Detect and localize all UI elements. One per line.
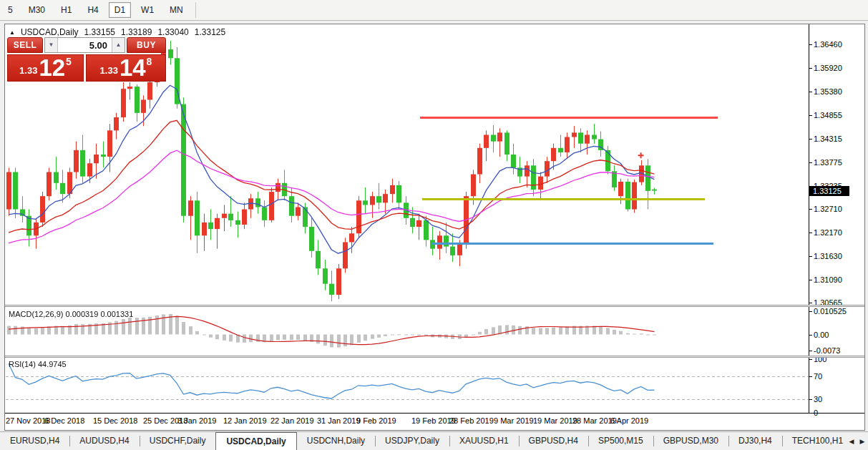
price-axis-label: 1.33775 xyxy=(814,158,842,167)
rsi-canvas[interactable] xyxy=(6,358,809,413)
current-price-tag: 1.33125 xyxy=(809,186,849,196)
chart-tab-gbpusd-m30[interactable]: GBPUSD,M30 xyxy=(653,432,728,450)
tab-scroll-right-icon[interactable]: ▶ xyxy=(858,437,867,446)
chart-tab-tech100-h1[interactable]: TECH100,H1 xyxy=(782,432,845,450)
axis-tick xyxy=(809,115,812,116)
price-axis-label: 1.35380 xyxy=(814,87,842,96)
chart-tab-xauusd-h1[interactable]: XAUUSD,H1 xyxy=(449,432,519,450)
sell-button[interactable]: SELL xyxy=(7,37,43,53)
date-axis-label: 6 Dec 2018 xyxy=(44,416,84,425)
rsi-indicator-label: RSI(14) 44.9745 xyxy=(9,360,67,368)
axis-tick xyxy=(809,233,812,233)
date-axis-label: 31 Jan 2019 xyxy=(317,416,361,425)
date-axis[interactable]: 27 Nov 20186 Dec 201815 Dec 201825 Dec 2… xyxy=(5,414,864,430)
timeframe-button-w1[interactable]: W1 xyxy=(135,2,160,18)
price-axis-label: 1.32710 xyxy=(814,205,842,213)
date-axis-label: 12 Jan 2019 xyxy=(223,416,267,425)
axis-tick xyxy=(809,68,812,69)
axis-tick xyxy=(809,376,812,377)
date-axis-label: 9 Feb 2019 xyxy=(356,416,396,425)
date-axis-label: 22 Jan 2019 xyxy=(270,416,314,425)
date-axis-label: 9 Mar 2019 xyxy=(494,416,534,425)
buy-price-pip: 8 xyxy=(147,56,152,67)
chart-symbol: USDCAD,Daily xyxy=(21,27,79,37)
price-axis-label: 1.31090 xyxy=(814,275,842,284)
date-axis-label: 3 Jan 2019 xyxy=(177,416,216,425)
rsi-axis-label: 30 xyxy=(814,395,822,403)
axis-tick xyxy=(809,413,812,414)
chart-tab-eurusd-h4[interactable]: EURUSD,H4 xyxy=(0,432,69,450)
axis-tick xyxy=(809,280,812,280)
sell-price-pip: 5 xyxy=(66,56,72,67)
pane-splitter[interactable] xyxy=(5,305,864,307)
macd-indicator-label: MACD(12,26,9) 0.000319 0.001331 xyxy=(9,310,133,318)
chart-tab-gbpusd-h4[interactable]: GBPUSD,H4 xyxy=(519,432,588,450)
one-click-trade-panel: SELL ▼ ▲ BUY 1.33 12 5 1.33 14 8 xyxy=(7,37,166,82)
buy-button[interactable]: BUY xyxy=(127,37,166,53)
price-axis-label: 1.32170 xyxy=(814,228,842,237)
axis-tick xyxy=(809,399,812,400)
axis-tick xyxy=(809,92,812,92)
date-axis-label: 28 Feb 2019 xyxy=(449,416,494,425)
buy-price-panel[interactable]: 1.33 14 8 xyxy=(86,54,166,82)
price-axis-label: 1.36460 xyxy=(814,40,842,49)
axis-tick xyxy=(809,209,812,210)
timeframe-button-d1[interactable]: D1 xyxy=(109,2,131,18)
buy-price-big: 14 xyxy=(120,57,146,79)
chart-tab-usdcad-daily[interactable]: USDCAD,Daily xyxy=(215,432,296,450)
chart-tab-usdchf-daily[interactable]: USDCHF,Daily xyxy=(140,432,216,450)
macd-axis-label: 0.00 xyxy=(814,331,829,339)
timeframe-button-h4[interactable]: H4 xyxy=(82,2,104,18)
timeframe-button-m30[interactable]: M30 xyxy=(23,2,51,18)
toolbar-separator xyxy=(195,2,196,18)
chart-tab-audusd-h4[interactable]: AUDUSD,H4 xyxy=(69,432,139,450)
price-axis[interactable]: 1.33125 1.364601.359201.353801.348551.34… xyxy=(809,24,864,413)
axis-tick xyxy=(809,351,812,351)
price-axis-label: 1.35920 xyxy=(814,64,842,72)
timeframe-button-h1[interactable]: H1 xyxy=(55,2,77,18)
sell-price-panel[interactable]: 1.33 12 5 xyxy=(7,54,84,82)
axis-tick xyxy=(809,256,812,257)
ohlc-open: 1.33155 xyxy=(84,27,115,37)
mt4-terminal: 5M30H1H4D1W1MN ▲ USDCAD,Daily 1.33155 1.… xyxy=(0,0,868,450)
chart-tab-usdjpy-daily[interactable]: USDJPY,Daily xyxy=(375,432,449,450)
chart-tab-dj30-h4[interactable]: DJ30,H4 xyxy=(728,432,782,450)
pane-splitter[interactable] xyxy=(5,356,864,358)
price-axis-label: 1.34855 xyxy=(814,111,842,119)
buy-price-prefix: 1.33 xyxy=(100,65,118,76)
tab-strip: EURUSD,H4AUDUSD,H4USDCHF,DailyUSDCAD,Dai… xyxy=(0,432,845,450)
macd-axis-label: -0.0073 xyxy=(814,346,840,355)
date-axis-label: 15 Dec 2018 xyxy=(93,416,137,425)
volume-input[interactable] xyxy=(58,38,112,52)
price-axis-label: 1.34315 xyxy=(814,134,842,143)
date-axis-label: 19 Mar 2019 xyxy=(533,416,577,425)
axis-tick xyxy=(809,303,812,303)
ohlc-close: 1.33125 xyxy=(195,27,225,37)
chart-tab-sp500-m15[interactable]: SP500,M15 xyxy=(588,432,653,450)
volume-increase-button[interactable]: ▲ xyxy=(112,38,125,52)
axis-tick xyxy=(809,162,812,163)
macd-axis-label: 0.010525 xyxy=(814,307,847,316)
sell-price-big: 12 xyxy=(39,57,65,79)
volume-decrease-button[interactable]: ▼ xyxy=(45,38,58,52)
rsi-axis-label: 70 xyxy=(814,372,822,381)
collapse-triangle-icon[interactable]: ▲ xyxy=(9,29,15,36)
tab-scroll-left-icon[interactable]: ◀ xyxy=(847,437,856,446)
timeframe-button-5[interactable]: 5 xyxy=(2,2,19,18)
volume-spinner: ▼ ▲ xyxy=(44,37,125,53)
axis-tick xyxy=(809,311,812,312)
axis-tick xyxy=(809,335,812,336)
axis-tick xyxy=(809,44,812,45)
chart-tab-bar: EURUSD,H4AUDUSD,H4USDCHF,DailyUSDCAD,Dai… xyxy=(0,431,868,450)
chart-title: ▲ USDCAD,Daily 1.33155 1.33189 1.33040 1… xyxy=(9,27,225,37)
axis-tick xyxy=(809,139,812,140)
chart-tab-usdcnh-daily[interactable]: USDCNH,Daily xyxy=(297,432,375,450)
sell-price-prefix: 1.33 xyxy=(19,65,37,76)
axis-tick xyxy=(809,359,812,360)
chart-bottom-border xyxy=(5,413,864,414)
ohlc-low: 1.33040 xyxy=(157,27,188,37)
ohlc-high: 1.33189 xyxy=(121,27,152,37)
price-axis-label: 1.31630 xyxy=(814,252,842,260)
date-axis-label: 6 Apr 2019 xyxy=(610,416,648,425)
timeframe-button-mn[interactable]: MN xyxy=(164,2,189,18)
